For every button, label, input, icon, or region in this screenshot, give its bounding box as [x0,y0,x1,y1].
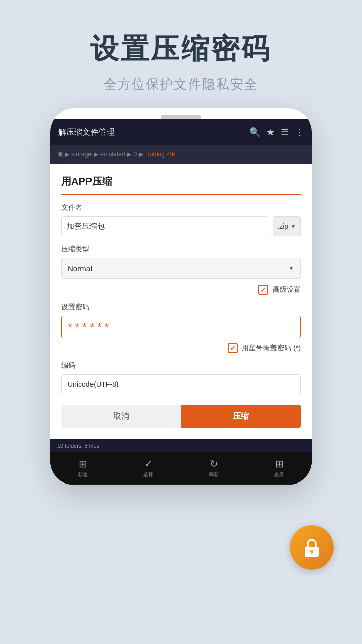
star-icon[interactable]: ★ [266,127,275,138]
phone-speaker [161,115,201,119]
nav-item-refresh[interactable]: ↻ 刷新 [181,452,246,484]
advanced-settings-label: 高级设置 [273,285,301,294]
app-bar-title: 解压缩文件管理 [58,127,243,138]
lock-overlay [290,525,334,570]
breadcrumb-arrow: ▶ [127,151,131,158]
phone-mockup: 解压缩文件管理 🔍 ★ ☰ ⋮ ▣ ▶ storage ▶ emulated ▶… [50,108,312,485]
star-mask-label: 用星号掩盖密码 (*) [242,344,301,353]
advanced-settings-checkbox[interactable] [258,285,268,295]
nav-item-new[interactable]: ⊞ 新建 [50,452,116,484]
svg-rect-2 [311,551,313,554]
sub-title: 全方位保护文件隐私安全 [0,75,362,93]
breadcrumb-arrow: ▶ [139,151,143,158]
nav-bar: ⊞ 新建 ✓ 选择 ↻ 刷新 ⊞ 查看 [50,452,312,484]
refresh-icon: ↻ [210,458,218,470]
phone-bottom-bar: 10 folders, 8 files ⊞ 新建 ✓ 选择 ↻ 刷新 ⊞ 查看 [50,439,312,485]
nav-label-refresh: 刷新 [209,471,219,478]
search-icon[interactable]: 🔍 [249,127,260,138]
filename-input[interactable] [61,216,268,236]
breadcrumb-bar: ▣ ▶ storage ▶ emulated ▶ 0 ▶ Hotdog ZIP [50,145,312,164]
breadcrumb-emulated: emulated [100,151,125,158]
dialog-title: 用APP压缩 [61,175,301,195]
extension-selector[interactable]: .zip ▼ [273,216,301,236]
nav-label-new: 新建 [78,471,88,478]
main-title: 设置压缩密码 [0,30,362,68]
lock-icon [300,536,323,559]
file-count: 10 folders, 8 files [50,442,312,452]
nav-label-select: 选择 [143,471,153,478]
star-mask-row: 用星号掩盖密码 (*) [61,343,301,353]
header-section: 设置压缩密码 全方位保护文件隐私安全 [0,0,362,108]
select-icon: ✓ [144,458,153,470]
more-icon[interactable]: ⋮ [295,127,304,138]
nav-label-view: 查看 [274,471,284,478]
filename-label: 文件名 [61,203,301,212]
nav-item-select[interactable]: ✓ 选择 [116,452,181,484]
new-icon: ⊞ [79,458,87,470]
star-mask-checkbox[interactable] [228,343,238,353]
password-label: 设置密码 [61,303,301,312]
breadcrumb-active: Hotdog ZIP [145,151,176,158]
view-icon: ⊞ [275,458,284,470]
compression-value: Normal [68,264,92,273]
extension-value: .zip [277,222,288,230]
advanced-settings-row: 高级设置 [61,285,301,295]
compression-dropdown-arrow: ▼ [288,265,294,272]
device-icon: ▣ [57,151,63,158]
compress-dialog: 用APP压缩 文件名 .zip ▼ 压缩类型 Normal ▼ 高级设置 设置密… [50,164,312,439]
compression-label: 压缩类型 [61,245,301,254]
filename-row: .zip ▼ [61,216,301,236]
breadcrumb-arrow: ▶ [94,151,98,158]
breadcrumb-arrow: ▶ [65,151,69,158]
breadcrumb-zero: 0 [133,151,137,158]
app-bar: 解压缩文件管理 🔍 ★ ☰ ⋮ [50,119,312,145]
compress-button[interactable]: 压缩 [181,405,301,428]
action-buttons: 取消 压缩 [61,405,301,428]
breadcrumb-storage: storage [71,151,92,158]
compression-selector[interactable]: Normal ▼ [61,258,301,279]
encoding-label: 编码 [61,361,301,370]
encoding-value: Unicode(UTF-8) [61,374,301,394]
menu-icon[interactable]: ☰ [281,127,289,138]
cancel-button[interactable]: 取消 [61,405,181,428]
password-input[interactable] [61,316,301,338]
nav-item-view[interactable]: ⊞ 查看 [246,452,312,484]
extension-dropdown-arrow: ▼ [290,223,296,230]
